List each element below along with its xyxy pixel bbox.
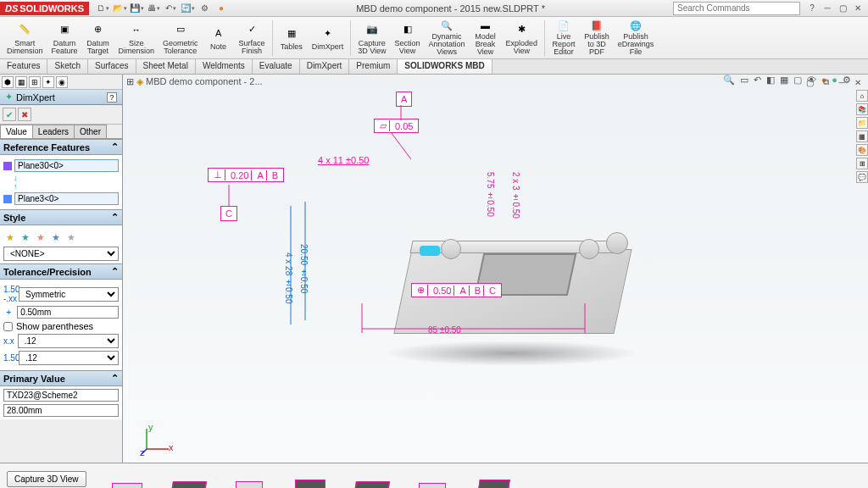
vp-restore-icon[interactable]: ⧉	[819, 76, 832, 88]
tab-solidworks-mbd[interactable]: SOLIDWORKS MBD	[398, 59, 492, 74]
tab-sheetmetal[interactable]: Sheet Metal	[136, 59, 196, 74]
help-badge[interactable]: ?	[107, 92, 117, 103]
swap-up-icon[interactable]: ↑	[14, 182, 119, 191]
view-orient-icon[interactable]: ▦	[780, 75, 788, 86]
tolerance-header[interactable]: Tolerance/Precision⌃	[0, 263, 122, 280]
tp-explorer-icon[interactable]: 📁	[856, 117, 868, 129]
fm-tree-icon[interactable]: ⬢	[2, 76, 14, 88]
datum-c[interactable]: C	[220, 206, 237, 221]
tolerance-type-select[interactable]: Symmetric	[19, 287, 119, 302]
tab-surfaces[interactable]: Surfaces	[88, 59, 136, 74]
dim-right-1[interactable]: 5.75 ±0.50	[486, 172, 495, 217]
tp-library-icon[interactable]: 📚	[856, 103, 868, 115]
tp-view-icon[interactable]: ▦	[856, 130, 868, 142]
publish-pdf-button[interactable]: 📕Publishto 3DPDF	[581, 19, 613, 58]
dynamic-annotation-button[interactable]: 🔍DynamicAnnotationViews	[426, 19, 469, 58]
exploded-view-button[interactable]: ✱ExplodedView	[503, 19, 542, 58]
ref-row-1[interactable]: Plane30<0>	[3, 159, 119, 172]
section-view-button[interactable]: ◧SectionView	[392, 19, 424, 58]
fm-prop-icon[interactable]: ⊞	[29, 76, 41, 88]
smart-dimension-button[interactable]: 📏SmartDimension	[3, 19, 47, 58]
zoom-area-icon[interactable]: ▭	[740, 75, 748, 86]
undo-icon[interactable]: ↶	[164, 2, 177, 15]
precision2-select[interactable]: .12	[19, 351, 119, 365]
tab-weldments[interactable]: Weldments	[196, 59, 253, 74]
view-thumb-top[interactable]: *Top	[229, 476, 270, 488]
help-icon[interactable]: ?	[805, 3, 819, 14]
show-paren-checkbox[interactable]	[3, 322, 13, 331]
star-yellow-icon[interactable]: ★	[3, 230, 17, 244]
zoom-fit-icon[interactable]: 🔍	[723, 75, 735, 86]
appearance-icon[interactable]: ●	[214, 2, 228, 15]
star-green-icon[interactable]: ★	[19, 230, 32, 244]
expand-icon[interactable]: ⊞	[126, 76, 134, 87]
capture-3dview-btn[interactable]: Capture 3D View	[7, 471, 86, 487]
tab-sketch[interactable]: Sketch	[47, 59, 88, 74]
view-thumb-front[interactable]: *Front	[107, 476, 147, 488]
view-thumb-top1[interactable]: *Top1	[473, 476, 514, 488]
tp-resources-icon[interactable]: ⌂	[856, 90, 868, 102]
style-header[interactable]: Style⌃	[0, 209, 122, 225]
flatness-fcf[interactable]: ▱0.05	[374, 119, 419, 133]
view-thumb-holes[interactable]: Holes	[290, 476, 331, 488]
tolerance-value-input[interactable]	[17, 306, 119, 319]
publish-edrawings-button[interactable]: 🌐PublisheDrawingsFile	[615, 19, 658, 58]
subtab-other[interactable]: Other	[74, 125, 107, 138]
tab-premium[interactable]: Premium	[349, 59, 398, 74]
open-icon[interactable]: 📂	[113, 2, 126, 15]
star-blue-icon[interactable]: ★	[49, 230, 63, 244]
tp-custom-icon[interactable]: ⊞	[856, 158, 868, 169]
ref-row-2[interactable]: Plane3<0>	[3, 192, 119, 205]
minimize-icon[interactable]: ─	[821, 3, 834, 14]
view-thumb-3dview2[interactable]: 3DView2	[168, 476, 209, 488]
primary-value-header[interactable]: Primary Value⌃	[0, 370, 122, 386]
print-icon[interactable]: 🖶	[147, 2, 160, 15]
control-frame-2[interactable]: ⊕0.50ABC	[411, 283, 502, 297]
ref-features-header[interactable]: Reference Features⌃	[0, 139, 122, 155]
datum-a[interactable]: A	[396, 92, 412, 107]
tab-dimxpert[interactable]: DimXpert	[300, 59, 350, 74]
datum-target-button[interactable]: ⊕DatumTarget	[83, 19, 114, 58]
dim-vertical-1[interactable]: 20.50 ±0.50	[299, 244, 309, 293]
maximize-icon[interactable]: ▢	[836, 3, 849, 14]
ok-button[interactable]: ✔	[3, 108, 16, 121]
primary-name-input[interactable]	[3, 389, 119, 402]
star-gray-icon[interactable]: ★	[64, 230, 78, 244]
model-break-button[interactable]: ▬ModelBreakView	[470, 19, 501, 58]
close-icon[interactable]: ✕	[851, 3, 865, 14]
style-select[interactable]: <NONE>	[3, 247, 119, 261]
flyout-tree-item[interactable]: ⊞◈MBD demo component - 2...	[126, 76, 263, 87]
precision1-select[interactable]: .12	[18, 334, 119, 348]
dimxpert-button[interactable]: ✦DimXpert	[309, 19, 348, 58]
hole-pattern-dim[interactable]: 4 x 11 ±0.50	[318, 155, 369, 165]
vp-min-icon[interactable]: ─	[835, 76, 849, 88]
capture-3dview-button[interactable]: 📷Capture3D View	[354, 19, 389, 58]
subtab-value[interactable]: Value	[0, 125, 33, 138]
display-style-icon[interactable]: ▢	[793, 75, 802, 86]
view-thumb-right[interactable]: *Right	[412, 476, 453, 488]
live-report-button[interactable]: 📄LiveReportEditor	[548, 19, 579, 58]
primary-value-input[interactable]	[3, 404, 119, 417]
datum-feature-button[interactable]: ▣DatumFeature	[48, 19, 81, 58]
tab-features[interactable]: Features	[0, 59, 47, 74]
vp-close-icon[interactable]: ✕	[851, 76, 865, 88]
search-commands-input[interactable]	[673, 2, 800, 15]
tables-button[interactable]: ▦Tables	[276, 19, 307, 58]
rebuild-icon[interactable]: 🔄	[181, 2, 194, 15]
view-thumb-3dview5[interactable]: 3DView5	[351, 476, 392, 488]
tp-appearance-icon[interactable]: 🎨	[856, 144, 868, 156]
fm-display-icon[interactable]: ◉	[56, 76, 68, 88]
section-icon[interactable]: ◧	[766, 75, 775, 86]
control-frame-1[interactable]: ⊥0.20AB	[208, 168, 284, 182]
tp-forum-icon[interactable]: 💬	[856, 171, 868, 183]
surface-finish-button[interactable]: ✓SurfaceFinish	[236, 19, 269, 58]
star-orange-icon[interactable]: ★	[34, 230, 47, 244]
dim-horizontal[interactable]: 85 ±0.50	[428, 325, 461, 335]
new-icon[interactable]: 🗋	[96, 2, 109, 15]
fm-dimxpert-icon[interactable]: ✦	[42, 76, 54, 88]
options-icon[interactable]: ⚙	[198, 2, 211, 15]
note-button[interactable]: ANote	[203, 19, 234, 58]
size-dimension-button[interactable]: ↔SizeDimension	[115, 19, 159, 58]
viewport[interactable]: ⊞◈MBD demo component - 2... 🔍 ▭ ↶ ◧ ▦ ▢ …	[123, 75, 868, 463]
cancel-button[interactable]: ✖	[18, 108, 31, 121]
